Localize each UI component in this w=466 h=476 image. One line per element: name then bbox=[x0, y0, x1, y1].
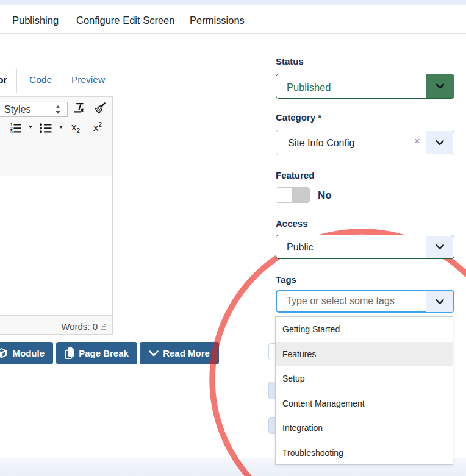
svg-text:3: 3 bbox=[10, 130, 13, 134]
